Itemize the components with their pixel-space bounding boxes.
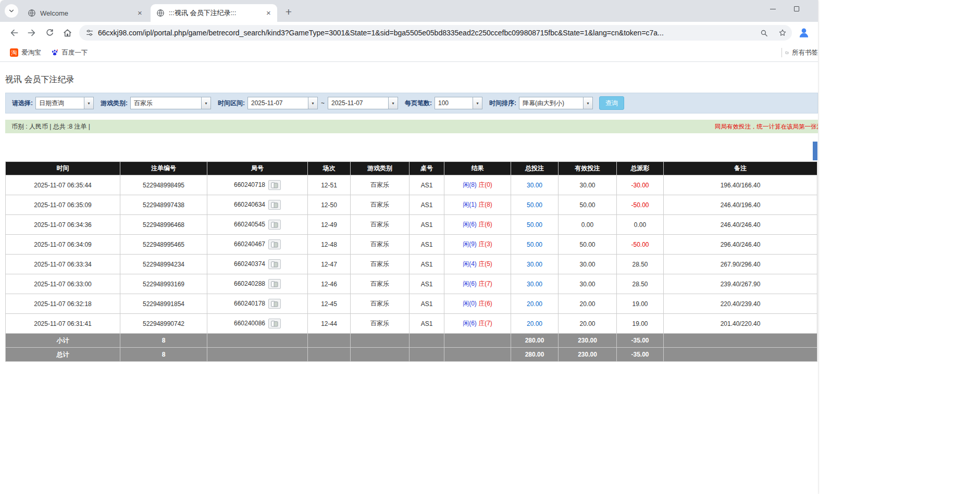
round-result-icon[interactable]	[268, 200, 281, 210]
date-from-select[interactable]: 2025-11-07	[247, 97, 318, 109]
cell-table-no: AS1	[410, 195, 444, 215]
game-type-select[interactable]: 百家乐	[130, 97, 211, 109]
round-result-icon[interactable]	[268, 319, 281, 328]
round-result-icon[interactable]	[268, 259, 281, 269]
tab-betrecord[interactable]: :::视讯 会员下注纪录:::	[151, 4, 277, 22]
banker-result: 庄(7)	[478, 280, 492, 287]
cell-payout: 19.00	[617, 314, 664, 334]
zoom-icon[interactable]	[756, 26, 771, 40]
taobao-icon: 淘	[10, 48, 18, 57]
round-number: 660240086	[234, 320, 265, 327]
search-button[interactable]: 查询	[599, 96, 624, 110]
cell-bet-id: 522948991854	[120, 294, 207, 314]
scrollbar-thumb[interactable]	[813, 142, 817, 160]
chevron-down-icon[interactable]	[473, 97, 482, 109]
tab-search-button[interactable]	[5, 4, 18, 18]
total-valid-bet: 230.00	[559, 348, 617, 362]
chevron-down-icon[interactable]	[388, 97, 398, 109]
maximize-button[interactable]	[785, 0, 809, 18]
tab-welcome[interactable]: Welcome	[22, 4, 148, 22]
cell-table-no: AS1	[410, 294, 444, 314]
cell-total-bet[interactable]: 50.00	[511, 215, 559, 235]
all-bookmarks-label: 所有书签	[792, 48, 818, 57]
bet-row: 2025-11-07 06:31:41522948990742660240086…	[6, 314, 817, 334]
tab-title: :::视讯 会员下注纪录:::	[169, 8, 260, 18]
cell-total-bet[interactable]: 30.00	[511, 255, 559, 274]
home-button[interactable]	[58, 24, 76, 42]
profile-avatar[interactable]	[795, 24, 813, 42]
cell-result: 闲(8) 庄(0)	[444, 175, 511, 195]
cell-total-bet[interactable]: 30.00	[511, 274, 559, 294]
cell-time: 2025-11-07 06:31:41	[6, 314, 120, 334]
round-result-icon[interactable]	[268, 279, 281, 289]
cell-total-bet[interactable]: 20.00	[511, 294, 559, 314]
url-text: 66cxkj98.com/ipl/portal.php/game/betreco…	[98, 29, 752, 37]
round-result-icon[interactable]	[268, 180, 281, 190]
bookmark-star-icon[interactable]	[775, 26, 790, 40]
globe-icon	[156, 9, 165, 17]
cell-game-type: 百家乐	[351, 255, 410, 274]
date-to-select[interactable]: 2025-11-07	[328, 97, 398, 109]
site-settings-icon[interactable]	[85, 29, 94, 37]
cell-payout: 28.50	[617, 255, 664, 274]
chevron-down-icon[interactable]	[84, 97, 93, 109]
subtotal-row: 小计 8 280.00 230.00 -35.00	[6, 334, 817, 348]
cell-payout: -30.00	[617, 175, 664, 195]
player-result: 闲(4)	[463, 260, 477, 268]
player-result: 闲(6)	[463, 320, 477, 327]
cell-remark: 296.40/246.40	[664, 235, 817, 255]
new-tab-button[interactable]	[281, 5, 296, 19]
banker-result: 庄(8)	[478, 201, 492, 208]
subtotal-total-bet: 280.00	[511, 334, 559, 348]
url-bar[interactable]: 66cxkj98.com/ipl/portal.php/game/betreco…	[79, 25, 792, 41]
cell-bet-id: 522948990742	[120, 314, 207, 334]
cell-total-bet[interactable]: 50.00	[511, 195, 559, 215]
bet-row: 2025-11-07 06:34:36522948996468660240545…	[6, 215, 817, 235]
bookmark-taobao[interactable]: 淘 爱淘宝	[5, 46, 46, 59]
cell-total-bet[interactable]: 30.00	[511, 175, 559, 195]
cell-total-bet[interactable]: 50.00	[511, 235, 559, 255]
round-number: 660240545	[234, 221, 265, 228]
navigation-toolbar: 66cxkj98.com/ipl/portal.php/game/betreco…	[0, 22, 818, 44]
page-size-select[interactable]: 100	[435, 97, 482, 109]
reload-button[interactable]	[41, 24, 58, 42]
cell-total-bet[interactable]: 20.00	[511, 314, 559, 334]
date-mode-select[interactable]: 日期查询	[35, 97, 94, 109]
player-result: 闲(1)	[463, 201, 477, 208]
banker-result: 庄(6)	[478, 300, 492, 307]
cell-game-type: 百家乐	[351, 274, 410, 294]
cell-round: 660240634	[207, 195, 308, 215]
tab-close-icon[interactable]	[264, 9, 273, 18]
all-bookmarks-button[interactable]: 所有书签	[781, 48, 818, 57]
chevron-down-icon[interactable]	[583, 97, 592, 109]
cell-round: 660240467	[207, 235, 308, 255]
minimize-icon	[770, 9, 776, 9]
chevron-down-icon[interactable]	[308, 97, 317, 109]
cell-bet-id: 522948996468	[120, 215, 207, 235]
player-result: 闲(6)	[463, 280, 477, 287]
cell-session: 12-46	[308, 274, 351, 294]
chevron-down-icon	[8, 7, 15, 15]
bookmark-baidu[interactable]: 百度一下	[46, 46, 93, 59]
back-button[interactable]	[5, 24, 23, 42]
cell-bet-id: 522948998495	[120, 175, 207, 195]
chevron-down-icon[interactable]	[201, 97, 210, 109]
round-result-icon[interactable]	[268, 239, 281, 249]
tab-close-icon[interactable]	[135, 9, 144, 18]
col-header: 游戏类别	[351, 162, 410, 175]
total-count: 8	[120, 348, 207, 362]
forward-button[interactable]	[23, 24, 41, 42]
player-result: 闲(9)	[463, 240, 477, 248]
sort-select[interactable]: 降幕(由大到小)	[519, 97, 593, 109]
col-header: 结果	[444, 162, 511, 175]
banker-result: 庄(0)	[478, 181, 492, 188]
round-result-icon[interactable]	[268, 220, 281, 230]
page-content: 视讯 会员下注纪录 请选择: 日期查询 游戏类别: 百家乐 时间区间: 2025…	[0, 62, 818, 494]
round-result-icon[interactable]	[268, 299, 281, 309]
cell-payout: -50.00	[617, 235, 664, 255]
cell-valid-bet: 50.00	[559, 235, 617, 255]
total-row: 总计 8 280.00 230.00 -35.00	[6, 348, 817, 362]
page-size-label: 每页笔数:	[405, 99, 432, 108]
minimize-button[interactable]	[761, 0, 785, 18]
cell-remark: 239.40/267.90	[664, 274, 817, 294]
